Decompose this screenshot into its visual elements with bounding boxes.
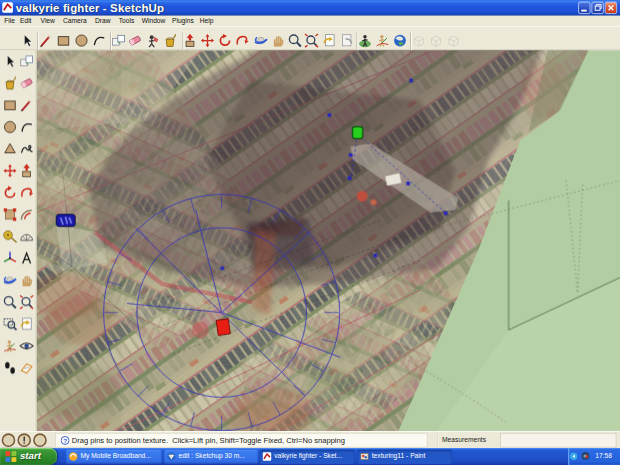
svg-text:?: ? — [63, 437, 67, 444]
